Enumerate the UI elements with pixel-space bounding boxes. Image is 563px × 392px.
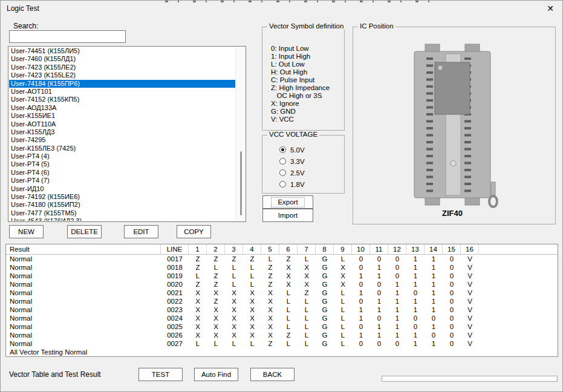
table-header-cell: 7	[298, 244, 316, 254]
search-input[interactable]	[9, 30, 126, 43]
list-item[interactable]: User-74295	[9, 136, 235, 144]
radio-button-icon[interactable]	[279, 169, 286, 176]
list-item[interactable]: User-74192 (К155ИЕ6)	[9, 193, 235, 201]
socket-screw	[451, 161, 456, 166]
list-item[interactable]: User-К155ИЕ1	[9, 112, 235, 120]
vector-value-cell: Z	[225, 255, 243, 263]
radio-button-icon[interactable]	[279, 158, 286, 165]
vector-value-cell: L	[279, 289, 298, 297]
vector-value-cell: X	[189, 331, 207, 339]
list-item[interactable]: User-АОД133А	[9, 104, 235, 112]
list-item[interactable]: User-4543 (К176ИД2,3)	[9, 217, 235, 221]
edit-button[interactable]: EDIT	[124, 225, 158, 238]
result-cell: Normal	[6, 263, 161, 272]
copy-button[interactable]: COPY	[177, 225, 211, 238]
vector-value-cell: V	[461, 289, 479, 297]
delete-button[interactable]: DELETE	[67, 225, 102, 238]
list-item[interactable]: User-PT4 (4)	[9, 152, 235, 160]
vcc-option-1.8V[interactable]: 1.8V	[279, 178, 305, 190]
table-row[interactable]: Normal0025XXXXXLLGL011010V	[6, 322, 558, 331]
vector-value-cell: G	[316, 331, 334, 339]
list-item[interactable]: User-PT4 (5)	[9, 160, 235, 168]
vector-value-cell: X	[189, 289, 207, 297]
list-item[interactable]: User-7460 (К155ЛД1)	[9, 55, 235, 63]
list-item[interactable]: User-AOT110A	[9, 120, 235, 128]
vector-value-cell: 0	[388, 263, 406, 272]
vcc-options: 5.0V3.3V2.5V1.8V	[279, 144, 305, 190]
table-row[interactable]: Normal0018ZLLLZXXGX010110V	[6, 263, 558, 272]
list-item[interactable]: User-7423 (K155LE2)	[9, 71, 235, 79]
list-item[interactable]: User-7423 (К155ЛЕ2)	[9, 64, 235, 71]
list-item[interactable]: User-PT4 (6)	[9, 169, 235, 177]
list-item[interactable]: User-К155ЛЕ3 (7425)	[9, 145, 235, 152]
vector-value-cell: X	[279, 272, 298, 280]
table-row[interactable]: Normal0023XXXXXLLGL111110V	[6, 305, 558, 314]
vector-value-cell: 0	[388, 255, 406, 263]
radio-button-icon[interactable]	[279, 146, 286, 153]
vcc-option-5.0V[interactable]: 5.0V	[279, 144, 305, 155]
vector-value-cell: 1	[425, 339, 443, 348]
table-row[interactable]: Normal0021XXXXXLZGL101010V	[6, 289, 558, 297]
vector-value-cell: Z	[261, 263, 279, 272]
vector-value-cell: X	[225, 314, 243, 322]
list-item[interactable]: User-74180 (К155ИП2)	[9, 201, 235, 209]
line-number-cell: 0022	[161, 297, 189, 305]
list-item[interactable]: User-PT4 (7)	[9, 177, 235, 185]
vector-value-cell: G	[316, 322, 334, 331]
table-header-cell: Result	[6, 244, 161, 254]
vector-value-cell: 0	[370, 314, 388, 322]
export-button-label: Export	[271, 197, 304, 207]
list-item[interactable]: User-74184 (К155ПР6)	[9, 80, 235, 88]
list-scrollbar[interactable]	[235, 47, 245, 221]
vector-value-cell: 0	[370, 255, 388, 263]
table-row[interactable]: Normal0017ZZZZLZLGL000110V	[6, 255, 558, 263]
vcc-option-2.5V[interactable]: 2.5V	[279, 167, 305, 178]
table-row[interactable]: Normal0027LLLLZLLGL000110V	[6, 339, 558, 348]
test-button[interactable]: TEST	[138, 368, 183, 381]
vector-value-cell: 1	[370, 322, 388, 331]
table-row[interactable]: Normal0020ZZLLZXXGX001110V	[6, 280, 558, 289]
list-item[interactable]: User-74451 (К155ЛИ5)	[9, 47, 235, 55]
symbol-definition-line: G: GND	[271, 108, 330, 116]
ic-position-group: IC Position ZIF40	[353, 27, 556, 224]
table-header-cell: 5	[261, 244, 279, 254]
vector-value-cell: G	[316, 289, 334, 297]
table-header-cell: 13	[406, 244, 425, 254]
vector-value-cell: 0	[443, 289, 461, 297]
table-header-cell: 12	[388, 244, 406, 254]
radio-button-icon[interactable]	[279, 181, 286, 188]
vector-value-cell: 1	[406, 272, 425, 280]
vector-value-cell: Z	[261, 272, 279, 280]
vcc-option-3.3V[interactable]: 3.3V	[279, 155, 305, 167]
table-row[interactable]: Normal0022XZXXXLLGL011110V	[6, 297, 558, 305]
close-icon[interactable]: ✕	[543, 2, 558, 15]
list-item[interactable]: User-AOT101	[9, 88, 235, 96]
list-item[interactable]: User-ИД10	[9, 185, 235, 193]
list-item[interactable]: User-74152 (К155КП5)	[9, 96, 235, 103]
back-button[interactable]: BACK	[250, 368, 295, 381]
table-row[interactable]: Normal0024XXXXXLLGL101000V	[6, 314, 558, 322]
table-row[interactable]: Normal0026XXXXXZLGL111100V	[6, 331, 558, 339]
vector-value-cell: L	[189, 272, 207, 280]
vector-value-cell: X	[298, 280, 316, 289]
vector-value-cell: 0	[352, 297, 370, 305]
export-button[interactable]: Export	[262, 195, 313, 209]
table-row[interactable]: Normal0019LZLLZXXGX110110V	[6, 272, 558, 280]
result-cell: Normal	[6, 255, 161, 263]
vector-value-cell: 0	[388, 339, 406, 348]
import-button[interactable]: Import	[262, 209, 313, 222]
vector-value-cell: X	[207, 331, 225, 339]
vector-value-cell: 0	[370, 339, 388, 348]
vcc-voltage-group: VCC VOLTAGE 5.0V3.3V2.5V1.8V	[262, 135, 345, 194]
symbol-definition-line: 0: Input Low	[271, 45, 330, 53]
symbol-definition-line: V: VCC	[271, 116, 330, 123]
vector-value-cell: X	[207, 305, 225, 314]
auto-find-button[interactable]: Auto Find	[194, 368, 238, 381]
vector-value-cell: 1	[406, 263, 425, 272]
list-item[interactable]: User-К155ЛД3	[9, 128, 235, 136]
list-item[interactable]: User-7477 (К155ТМ5)	[9, 209, 235, 217]
vector-value-cell: L	[279, 339, 298, 348]
new-button[interactable]: NEW	[9, 225, 44, 238]
scrollbar-thumb[interactable]	[240, 151, 242, 215]
vector-value-cell: 1	[388, 305, 406, 314]
